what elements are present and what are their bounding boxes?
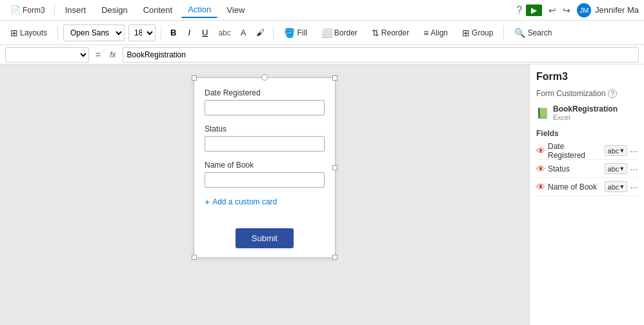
fill-icon: 🪣	[284, 28, 295, 38]
help-circle-icon[interactable]: ?	[608, 89, 617, 98]
abc-label: abc	[216, 28, 233, 37]
formula-fx-symbol: fx	[107, 50, 118, 59]
italic-button[interactable]: I	[184, 26, 194, 39]
border-button[interactable]: ⬜ Border	[316, 25, 363, 41]
type-label-status: abc	[608, 165, 619, 173]
customization-label: Form Customization ?	[536, 89, 638, 98]
font-color-icon[interactable]: A	[237, 26, 250, 39]
field-label-book: Name of Book	[205, 161, 325, 170]
undo-button[interactable]: ↩	[546, 4, 559, 17]
chevron-down-icon-date: ▾	[620, 146, 624, 155]
search-button[interactable]: 🔍 Search	[509, 25, 557, 41]
field-row-date: 👁 Date Registered abc ▾ ···	[536, 142, 638, 160]
source-name: BookRegistration	[553, 104, 618, 113]
corner-br[interactable]	[332, 255, 337, 260]
canvas-area: Date Registered Status Name of Book + Ad…	[0, 64, 529, 325]
source-type: Excel	[553, 113, 618, 121]
user-area: ? ▶ ↩ ↪ JM Jennifer Ma	[516, 3, 639, 17]
eye-icon-status[interactable]: 👁	[536, 164, 545, 174]
font-name-select[interactable]: Open Sans	[63, 25, 125, 41]
reorder-button[interactable]: ⇅ Reorder	[367, 25, 414, 41]
avatar: JM	[577, 3, 591, 17]
field-input-status[interactable]	[205, 136, 325, 152]
search-label: Search	[527, 28, 552, 37]
formula-bar: = fx	[0, 45, 644, 64]
menu-design[interactable]: Design	[95, 3, 134, 17]
field-name-book: Name of Book	[548, 182, 602, 192]
field-type-book[interactable]: abc ▾	[605, 181, 628, 192]
group-icon: ⊞	[462, 28, 470, 38]
bold-button[interactable]: B	[166, 26, 180, 39]
fields-label: Fields	[536, 129, 638, 138]
field-input-book[interactable]	[205, 172, 325, 188]
reorder-icon: ⇅	[372, 28, 379, 38]
form-name-label: Form3	[23, 6, 45, 15]
field-row-status: 👁 Status abc ▾ ···	[536, 160, 638, 178]
formula-input[interactable]	[123, 47, 639, 63]
highlight-icon[interactable]: 🖌	[253, 26, 268, 39]
menu-form-name[interactable]: 📄 Form3	[5, 2, 50, 18]
corner-bl[interactable]	[192, 255, 197, 260]
more-icon-status[interactable]: ···	[630, 164, 638, 174]
field-label-status: Status	[205, 124, 325, 133]
formula-selector[interactable]	[5, 47, 89, 63]
menu-action[interactable]: Action	[181, 2, 217, 18]
corner-tl[interactable]	[192, 75, 197, 81]
top-handle[interactable]	[261, 74, 268, 81]
type-label-date: abc	[608, 147, 619, 155]
menu-bar: 📄 Form3 Insert Design Content Action Vie…	[0, 0, 644, 21]
fill-button[interactable]: 🪣 Fill	[279, 25, 312, 41]
main-area: Date Registered Status Name of Book + Ad…	[0, 64, 644, 325]
form-field-name-of-book: Name of Book	[205, 161, 325, 188]
menu-insert[interactable]: Insert	[59, 3, 93, 17]
more-icon-date[interactable]: ···	[630, 146, 638, 156]
field-name-date: Date Registered	[548, 142, 602, 160]
menu-content[interactable]: Content	[137, 3, 179, 17]
menu-view[interactable]: View	[220, 3, 251, 17]
form-field-status: Status	[205, 124, 325, 152]
field-type-date[interactable]: abc ▾	[605, 145, 628, 156]
source-row: 📗 BookRegistration Excel	[536, 102, 638, 124]
eye-icon-book[interactable]: 👁	[536, 182, 545, 192]
layouts-label: Layouts	[20, 28, 47, 37]
field-type-status[interactable]: abc ▾	[605, 163, 628, 174]
align-button[interactable]: ≡ Align	[418, 25, 453, 41]
right-panel: Form3 Form Customization ? 📗 BookRegistr…	[529, 64, 644, 325]
formula-eq-symbol: =	[93, 50, 103, 60]
align-label: Align	[430, 28, 448, 37]
fill-label: Fill	[297, 28, 307, 37]
add-card-label: Add a custom card	[212, 197, 277, 206]
add-custom-card[interactable]: + Add a custom card	[205, 197, 325, 207]
submit-wrapper: Submit	[236, 228, 294, 248]
field-input-date[interactable]	[205, 100, 325, 115]
undo-redo-group: ↩ ↪	[546, 4, 573, 17]
search-icon: 🔍	[514, 28, 525, 38]
more-icon-book[interactable]: ···	[630, 182, 638, 192]
border-label: Border	[334, 28, 357, 37]
form-field-date-registered: Date Registered	[205, 88, 325, 115]
border-icon: ⬜	[321, 28, 332, 38]
group-button[interactable]: ⊞ Group	[457, 25, 498, 41]
eye-icon-date[interactable]: 👁	[536, 146, 545, 156]
chevron-down-icon-status: ▾	[620, 164, 624, 173]
corner-mr[interactable]	[332, 165, 337, 170]
font-size-select[interactable]: 18	[128, 25, 156, 41]
chevron-down-icon-book: ▾	[620, 182, 624, 191]
customization-text: Form Customization	[536, 89, 605, 98]
toolbar: ⊞ Layouts Open Sans 18 B I U abc A 🖌 🪣 F…	[0, 21, 644, 45]
redo-button[interactable]: ↪	[560, 4, 573, 17]
underline-button[interactable]: U	[198, 26, 212, 39]
group-label: Group	[472, 28, 493, 37]
user-name: Jennifer Ma	[595, 5, 639, 15]
help-icon[interactable]: ?	[516, 5, 522, 16]
submit-button[interactable]: Submit	[236, 228, 294, 248]
reorder-label: Reorder	[381, 28, 409, 37]
corner-tr[interactable]	[332, 75, 337, 81]
panel-title: Form3	[536, 71, 638, 83]
type-label-book: abc	[608, 183, 619, 191]
field-name-status: Status	[548, 164, 602, 173]
play-button[interactable]: ▶	[526, 5, 542, 16]
toolbar-layouts[interactable]: ⊞ Layouts	[5, 25, 52, 41]
add-card-icon: +	[205, 197, 210, 207]
field-label-date: Date Registered	[205, 88, 325, 97]
